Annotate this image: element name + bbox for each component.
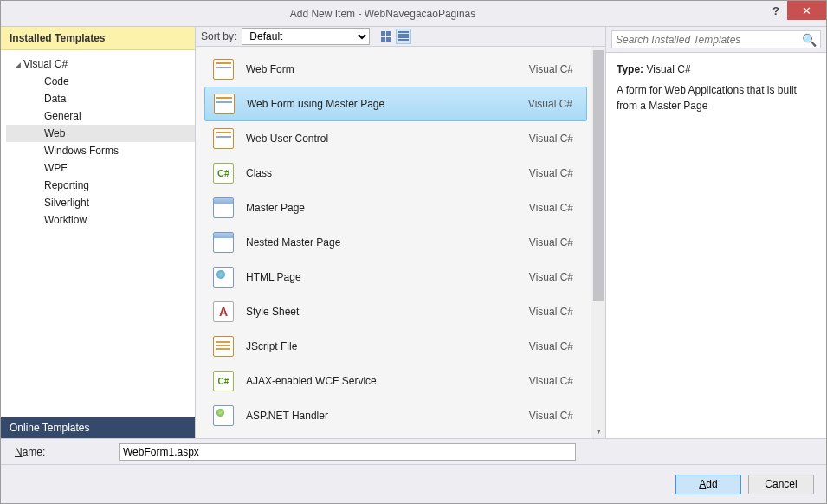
close-button[interactable]: ✕ <box>787 1 826 20</box>
search-icon[interactable]: 🔍 <box>802 33 817 47</box>
type-value: Visual C# <box>646 63 690 75</box>
template-label: HTML Page <box>246 271 529 283</box>
template-icon <box>214 94 235 114</box>
template-icon <box>213 232 234 253</box>
tree-child-workflow[interactable]: Workflow <box>6 211 195 229</box>
template-item[interactable]: ASP.NET HandlerVisual C# <box>204 398 587 433</box>
main-area: Installed Templates ◢Visual C# CodeDataG… <box>1 27 826 438</box>
tree-child-wpf[interactable]: WPF <box>6 159 195 177</box>
center-panel: Sort by: Default Web FormVisual C#Web Fo… <box>196 27 605 438</box>
cancel-button[interactable]: Cancel <box>748 475 814 494</box>
template-icon <box>213 336 234 357</box>
tree-child-reporting[interactable]: Reporting <box>6 177 195 194</box>
tree-child-data[interactable]: Data <box>6 90 195 107</box>
view-mode-icons <box>378 29 411 44</box>
tree-child-windows-forms[interactable]: Windows Forms <box>6 142 195 159</box>
template-item[interactable]: JScript FileVisual C# <box>204 329 587 364</box>
template-icon <box>213 128 234 149</box>
window-controls: ? ✕ <box>765 1 826 26</box>
sort-bar: Sort by: Default <box>196 27 605 47</box>
description-text: A form for Web Applications that is buil… <box>617 82 816 113</box>
template-icon: C# <box>213 163 234 184</box>
search-box[interactable]: 🔍 <box>611 30 821 48</box>
sort-dropdown[interactable]: Default <box>242 28 370 45</box>
template-item[interactable]: AStyle SheetVisual C# <box>204 294 587 329</box>
name-row: Name: <box>1 438 826 464</box>
template-icon: C# <box>213 371 234 391</box>
template-item[interactable]: Web Form using Master PageVisual C# <box>204 87 587 121</box>
template-item[interactable]: Master PageVisual C# <box>204 191 587 225</box>
template-tree: ◢Visual C# CodeDataGeneralWebWindows For… <box>1 50 195 417</box>
name-input[interactable] <box>119 443 576 461</box>
template-label: ASP.NET Handler <box>246 410 529 422</box>
template-label: Web Form using Master Page <box>247 98 528 110</box>
titlebar: Add New Item - WebNavegacaoPaginas ? ✕ <box>1 1 826 27</box>
template-list: Web FormVisual C#Web Form using Master P… <box>196 47 591 438</box>
template-lang: Visual C# <box>529 340 578 352</box>
template-icon <box>213 267 234 288</box>
template-label: Master Page <box>246 202 529 214</box>
tree-root-label: Visual C# <box>23 58 68 70</box>
template-label: JScript File <box>246 340 529 352</box>
template-lang: Visual C# <box>529 271 578 283</box>
template-lang: Visual C# <box>529 306 578 318</box>
template-item[interactable]: Web User ControlVisual C# <box>204 121 587 156</box>
template-label: Class <box>246 167 529 179</box>
template-item[interactable]: C#ClassVisual C# <box>204 156 587 191</box>
template-lang: Visual C# <box>529 202 578 214</box>
template-lang: Visual C# <box>529 410 578 422</box>
tree-child-silverlight[interactable]: Silverlight <box>6 194 195 211</box>
sidebar-header: Installed Templates <box>1 27 195 50</box>
scroll-down-arrow[interactable]: ▾ <box>591 423 605 438</box>
sort-label: Sort by: <box>201 30 236 42</box>
template-lang: Visual C# <box>528 98 578 110</box>
template-label: Web User Control <box>246 132 529 145</box>
template-item[interactable]: Nested Master PageVisual C# <box>204 225 587 260</box>
tree-child-web[interactable]: Web <box>6 125 195 142</box>
details-panel: 🔍 Type: Visual C# A form for Web Applica… <box>605 27 826 438</box>
template-icon <box>213 197 234 218</box>
search-input[interactable] <box>616 34 802 46</box>
scrollbar-thumb[interactable] <box>593 50 604 301</box>
tree-root-visual-csharp[interactable]: ◢Visual C# <box>6 55 195 73</box>
template-icon <box>213 405 234 426</box>
template-item[interactable]: C#AJAX-enabled WCF ServiceVisual C# <box>204 364 587 398</box>
name-label: Name: <box>15 446 119 458</box>
search-wrap: 🔍 <box>606 27 826 53</box>
template-lang: Visual C# <box>529 375 578 387</box>
template-label: AJAX-enabled WCF Service <box>246 375 529 387</box>
tree-child-code[interactable]: Code <box>6 73 195 90</box>
help-button[interactable]: ? <box>765 1 787 20</box>
template-lang: Visual C# <box>529 236 578 249</box>
view-list-icons[interactable] <box>396 29 411 44</box>
template-lang: Visual C# <box>529 167 578 179</box>
template-label: Nested Master Page <box>246 236 529 249</box>
template-label: Web Form <box>246 63 529 75</box>
template-icon: A <box>213 301 234 322</box>
template-item[interactable]: Web FormVisual C# <box>204 52 587 87</box>
button-row: Add Cancel <box>1 464 826 503</box>
expand-icon: ◢ <box>15 61 23 69</box>
add-button[interactable]: Add <box>675 475 741 494</box>
template-lang: Visual C# <box>529 132 578 145</box>
description: Type: Visual C# A form for Web Applicati… <box>606 53 826 122</box>
sidebar: Installed Templates ◢Visual C# CodeDataG… <box>1 27 196 438</box>
vertical-scrollbar[interactable]: ▾ <box>591 47 605 438</box>
template-label: Style Sheet <box>246 306 529 318</box>
items-wrap: Web FormVisual C#Web Form using Master P… <box>196 47 605 438</box>
template-icon <box>213 59 234 80</box>
template-item[interactable]: HTML PageVisual C# <box>204 260 587 294</box>
template-lang: Visual C# <box>529 63 578 75</box>
type-label: Type: <box>617 63 643 75</box>
online-templates[interactable]: Online Templates <box>1 417 195 438</box>
tree-child-general[interactable]: General <box>6 107 195 125</box>
window-title: Add New Item - WebNavegacaoPaginas <box>1 8 765 20</box>
view-small-icons[interactable] <box>378 29 394 44</box>
